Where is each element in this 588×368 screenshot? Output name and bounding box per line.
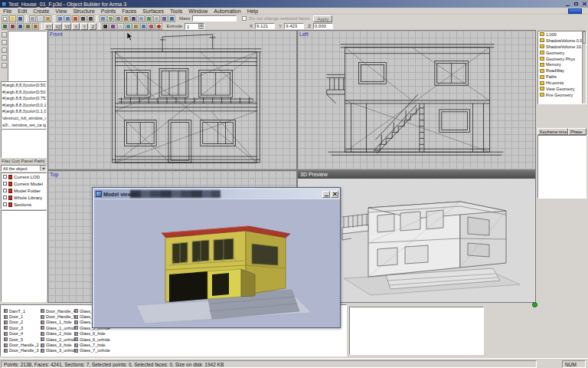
menu-item[interactable]: Help [244,8,261,14]
menu-item[interactable]: File [0,8,15,14]
axis-lock-button[interactable]: Z [89,23,96,30]
scale-tool-icon[interactable] [17,23,24,30]
scope-option[interactable]: Model Folder [2,187,46,194]
menu-item[interactable]: Window [185,8,211,14]
object-filter-dropdown[interactable]: All the object [1,165,47,172]
checkbox-icon[interactable] [3,202,7,206]
lod-item[interactable]: ShadowVolume 0.000 [538,38,586,44]
move-tool-icon[interactable] [2,23,8,30]
extrude-stepper[interactable]: 1 [185,23,204,30]
lod-item[interactable]: ShadowVolume 10.000 [538,44,586,50]
coord-y-field[interactable]: 9.423 [284,23,304,29]
texture-list-item[interactable]: #(argb,8,8,3)color(0.501961,0 [2,82,46,89]
minimize-button[interactable] [564,1,571,7]
keyframe-list[interactable] [537,135,586,199]
selection-item[interactable]: Door_5 [4,337,39,342]
scope-option[interactable]: Whole Library [2,194,46,201]
maximize-button[interactable] [572,1,580,7]
texture-list-item[interactable]: #(argb,8,8,3)color(1,1,0.50196 [2,108,46,115]
axis-lock-button[interactable]: X [72,23,80,30]
forward-arrow-icon[interactable] [87,15,94,22]
menu-item[interactable]: Surfaces [139,8,167,14]
select-lasso-icon[interactable] [130,15,137,22]
axis-lock-button[interactable]: YZ [63,23,71,30]
selection-item[interactable]: Door_4 [4,331,39,337]
viewport-left[interactable]: Left [297,30,536,170]
lod-item[interactable]: Geometry Phys [538,56,586,62]
axis-lock-button[interactable]: Y [80,23,88,30]
keyframe-time-column[interactable]: Keyframe time [537,128,568,135]
paint-tool-icon[interactable] [2,55,7,61]
texture-list-item[interactable]: #(argb,8,8,3)color(0.752941,0 [2,95,46,102]
close-button[interactable] [580,1,588,7]
model-viewer-titlebar[interactable]: Model viewer [94,189,338,199]
selection-item[interactable]: Glass_7_hide [74,342,110,347]
mass-field[interactable] [192,15,237,21]
scope-option[interactable]: Sections [2,201,46,208]
phase-column[interactable]: Phase [568,128,586,135]
selection-item[interactable]: Glass_6_hide [74,331,110,337]
grid-snap-icon[interactable] [153,15,160,22]
selection-item[interactable]: Door_Handle_2 [4,342,39,347]
new-file-icon[interactable] [2,15,8,22]
measure-icon[interactable] [168,15,175,22]
delete-points-icon[interactable] [102,23,109,30]
lod-item[interactable]: Geometry [538,50,586,56]
menu-item[interactable]: Create [30,8,52,14]
select-rect-icon[interactable] [138,15,145,22]
no-change-checkbox[interactable] [242,16,247,21]
lod-item[interactable]: 1.000 [538,31,586,38]
texture-list-item[interactable]: \destruct_full_window_set_c [2,115,46,122]
coord-x-field[interactable]: 9.121 [255,23,275,29]
texture-list-item[interactable]: #(argb,8,8,3)color(0,0,1,0.co [2,102,46,109]
texture-list-item[interactable]: #(argb,8,8,3)color(0.501961,0 [2,89,46,96]
squarize-icon[interactable] [148,23,155,30]
model-viewer-canvas[interactable] [94,199,340,327]
texture-tool-icon[interactable] [2,32,7,38]
axis-lock-button[interactable]: XZ [54,23,62,30]
vertex-snap-icon[interactable] [145,15,152,22]
eyedrop-tool-icon[interactable] [2,63,7,68]
rotate-view-icon[interactable] [122,15,129,22]
step-down-icon[interactable] [198,26,204,29]
title-bar[interactable]: Test_House_01_F.p3d - Object Builder for… [0,0,588,8]
cut-icon[interactable] [29,15,36,22]
selection-item[interactable]: Door_2 [4,320,39,325]
lod-item[interactable]: RoadWay [538,67,586,74]
selection-item[interactable]: Glass_7_unhide [74,348,110,353]
selection-item[interactable]: Glass_2_unhide [41,337,77,342]
translate-icon[interactable] [24,23,31,30]
selection-item[interactable]: Glass_2_hide [41,331,77,337]
undo-icon[interactable] [57,15,64,22]
selection-item[interactable]: Glass_3_unhide [41,348,77,353]
lod-item[interactable]: View Geometry [538,86,586,92]
lod-item[interactable]: Paths [538,74,586,80]
coord-z-field[interactable]: 0.000 [313,23,333,29]
selection-item[interactable]: Door_Handle_4 [41,308,77,314]
lod-item[interactable]: Fire Geometry [538,92,586,98]
model-viewer-window[interactable]: Model viewer [92,187,341,328]
local-axis-icon[interactable] [32,23,39,30]
checkbox-icon[interactable] [3,175,7,179]
flip-normals-icon[interactable] [132,23,139,30]
selection-item[interactable]: Door_Handle_5 [41,314,77,319]
triangulate-icon[interactable] [140,23,147,30]
menu-item[interactable]: Structure [70,8,97,14]
record-icon[interactable] [72,15,79,22]
selection-item[interactable]: Door_3 [4,325,39,330]
uv-tool-icon[interactable] [2,48,7,53]
cancel-op-icon[interactable] [155,23,162,30]
menu-item[interactable]: View [52,8,70,14]
open-file-icon[interactable] [9,15,16,22]
redo-icon[interactable] [64,15,71,22]
checkbox-icon[interactable] [3,182,7,186]
zoom-selection-icon[interactable] [107,15,114,22]
split-face-icon[interactable] [125,23,132,30]
lod-scrollbar[interactable] [582,31,586,104]
checkbox-icon[interactable] [3,196,7,199]
selection-item[interactable]: DamT_1 [4,308,39,314]
paste-icon[interactable] [44,15,51,22]
menu-item[interactable]: Faces [119,8,139,14]
scope-option[interactable]: Current LOD [2,173,46,180]
back-arrow-icon[interactable] [80,15,87,22]
